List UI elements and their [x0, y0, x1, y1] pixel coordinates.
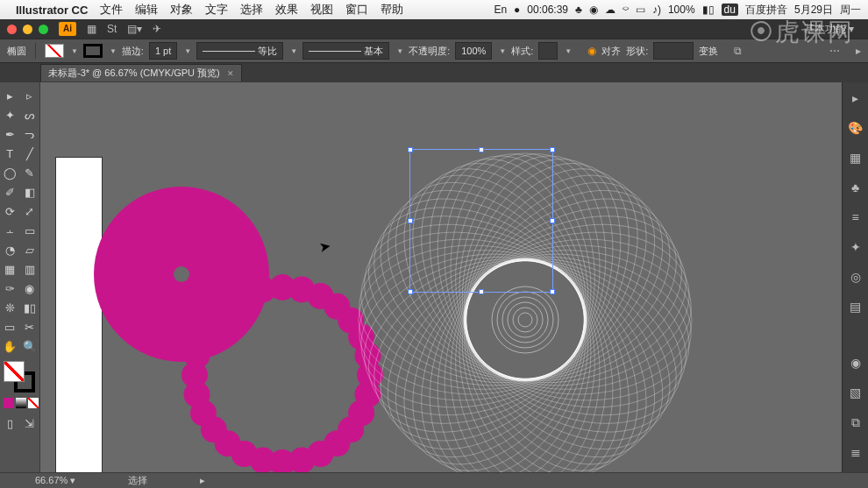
status-mode[interactable]: 选择	[128, 474, 147, 487]
pen-tool[interactable]: ✒	[0, 124, 20, 144]
app-name[interactable]: Illustrator CC	[16, 4, 88, 17]
stroke-panel-icon[interactable]: ◎	[847, 268, 864, 286]
stock-icon[interactable]: St	[107, 23, 117, 35]
screen-mode-toggle[interactable]: ⇲	[20, 414, 40, 433]
symbols-panel-icon[interactable]: ✦	[847, 238, 864, 256]
libraries-panel-icon[interactable]: ⧉	[847, 414, 864, 431]
menu-help[interactable]: 帮助	[381, 2, 403, 18]
active-tool-label: 椭圆	[7, 45, 26, 58]
gradient-panel-icon[interactable]: ▤	[847, 298, 864, 315]
paintbrush-tool[interactable]: ✎	[20, 163, 40, 182]
menu-object[interactable]: 对象	[170, 2, 193, 18]
curvature-tool[interactable]: ᓓ	[20, 124, 40, 144]
cloud-icon[interactable]: ☁	[605, 4, 615, 16]
graphic-styles-panel-icon[interactable]: ▧	[847, 384, 864, 401]
magic-wand-tool[interactable]: ✦	[0, 105, 20, 124]
slice-tool[interactable]: ✂	[20, 317, 40, 336]
width-tool[interactable]: ⫠	[0, 221, 20, 240]
du-icon[interactable]: du	[722, 4, 738, 16]
color-panel-icon[interactable]: 🎨	[847, 119, 864, 137]
variable-width-profile[interactable]: 等比	[196, 42, 283, 60]
shaper-tool[interactable]: ✐	[0, 182, 20, 202]
perspective-tool[interactable]: ▱	[20, 240, 40, 259]
status-lang[interactable]: En	[494, 4, 507, 16]
graphic-style[interactable]	[538, 42, 558, 60]
gradient-tool[interactable]: ▥	[20, 259, 40, 279]
scale-tool[interactable]: ⤢	[20, 202, 40, 221]
shape-builder-tool[interactable]: ◔	[0, 240, 20, 259]
menu-view[interactable]: 视图	[310, 2, 333, 18]
status-ime[interactable]: 百度拼音	[745, 3, 787, 18]
volume-icon[interactable]: ♪)	[652, 4, 661, 16]
hand-tool[interactable]: ✋	[0, 336, 20, 356]
gradient-mode-swatch[interactable]	[16, 398, 26, 408]
symbol-sprayer-tool[interactable]: ❊	[0, 298, 20, 317]
opacity-input[interactable]: 100%	[455, 42, 492, 60]
control-bar-menu-icon[interactable]: ⋯	[829, 45, 840, 57]
isolate-icon[interactable]: ⧉	[734, 45, 742, 57]
menu-select[interactable]: 选择	[240, 2, 263, 18]
window-close-button[interactable]	[7, 25, 17, 34]
brush-definition[interactable]: 基本	[302, 42, 389, 60]
status-battery: 100%	[668, 4, 695, 16]
lasso-tool[interactable]: ᔕ	[20, 105, 40, 124]
menu-edit[interactable]: 编辑	[135, 2, 158, 18]
arrange-docs-icon[interactable]: ▤▾	[127, 23, 142, 35]
selection-bounding-box[interactable]	[409, 149, 553, 293]
brushes-panel-icon[interactable]: ≡	[847, 209, 864, 226]
battery-icon[interactable]: ▮▯	[702, 4, 715, 16]
status-nav-icon[interactable]: ▸	[200, 475, 205, 486]
type-tool[interactable]: T	[0, 144, 20, 163]
menu-window[interactable]: 窗口	[345, 2, 368, 18]
menu-effect[interactable]: 效果	[275, 2, 298, 18]
recolor-icon[interactable]: ◉	[587, 45, 596, 57]
fill-swatch[interactable]	[45, 44, 64, 58]
fill-stroke-swatch[interactable]	[4, 361, 35, 393]
panel-collapse-icon[interactable]: ▸	[856, 45, 861, 57]
screen-mode-normal[interactable]: ▯	[0, 414, 20, 433]
zoom-tool[interactable]: 🔍	[20, 336, 40, 356]
document-tab[interactable]: 未标题-3* @ 66.67% (CMYK/GPU 预览) ✕	[40, 64, 242, 81]
blend-tool[interactable]: ◉	[20, 279, 40, 298]
notification-icon[interactable]: ♣	[575, 4, 582, 16]
display-icon[interactable]: ▭	[636, 4, 645, 16]
window-minimize-button[interactable]	[23, 25, 32, 34]
color-mode-swatch[interactable]	[4, 398, 14, 408]
shape-field[interactable]	[653, 42, 694, 60]
selection-tool[interactable]: ▸	[0, 86, 20, 105]
direct-selection-tool[interactable]: ▹	[20, 86, 40, 105]
none-mode-swatch[interactable]	[28, 398, 39, 408]
appearance-panel-icon[interactable]: ◉	[847, 354, 864, 371]
line-tool[interactable]: ╱	[20, 144, 40, 163]
gpu-icon[interactable]: ✈	[153, 23, 161, 35]
close-tab-icon[interactable]: ✕	[227, 69, 234, 78]
mesh-tool[interactable]: ▦	[0, 259, 20, 279]
rotate-tool[interactable]: ⟳	[0, 202, 20, 221]
workspace-switcher[interactable]: 基本功能 ▾	[804, 22, 854, 37]
stroke-weight-input[interactable]: 1 pt	[149, 42, 177, 60]
zoom-level[interactable]: 66.67% ▾	[35, 475, 75, 486]
transform-label[interactable]: 变换	[699, 45, 718, 58]
canvas[interactable]: ➤	[40, 82, 842, 472]
menu-type[interactable]: 文字	[205, 2, 228, 18]
menu-file[interactable]: 文件	[100, 2, 123, 18]
artboard-tool[interactable]: ▭	[0, 317, 20, 336]
layers-panel-icon[interactable]: ≣	[847, 443, 864, 461]
swatches-panel-icon[interactable]: ▦	[847, 149, 864, 166]
wifi-icon[interactable]: ⌔	[623, 4, 629, 16]
eraser-tool[interactable]: ◧	[20, 182, 40, 202]
align-label[interactable]: 对齐	[601, 45, 621, 58]
flower-shape[interactable]	[81, 173, 282, 375]
stroke-swatch[interactable]	[83, 44, 103, 58]
ellipse-tool[interactable]: ◯	[0, 163, 20, 182]
properties-panel-icon[interactable]: ▸	[847, 89, 864, 107]
bridge-icon[interactable]: ▦	[87, 23, 96, 35]
window-zoom-button[interactable]	[39, 25, 48, 34]
free-transform-tool[interactable]: ▭	[20, 221, 40, 240]
shape-label[interactable]: 形状:	[626, 45, 648, 58]
eyedropper-tool[interactable]: ✑	[0, 279, 20, 298]
column-graph-tool[interactable]: ▮▯	[20, 298, 40, 317]
eye-icon[interactable]: ◉	[589, 4, 598, 16]
fill-color-swatch[interactable]	[4, 361, 25, 382]
color-guide-panel-icon[interactable]: ♣	[847, 179, 864, 196]
